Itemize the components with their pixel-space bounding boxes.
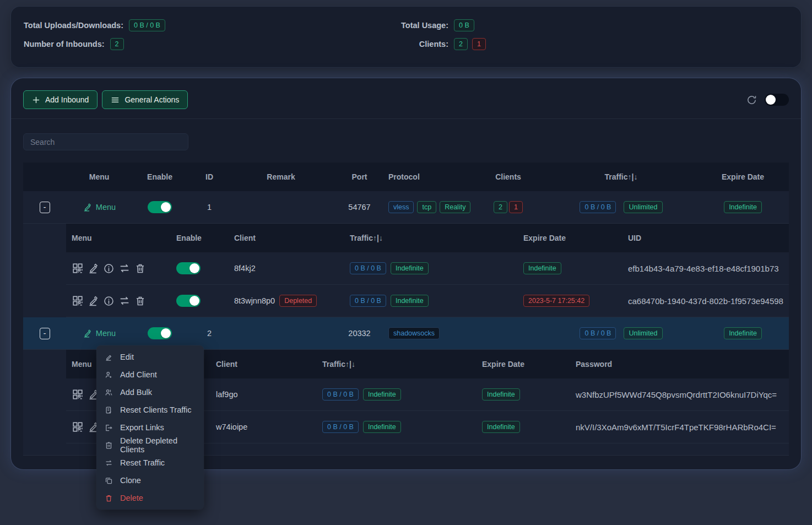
client-enable-toggle[interactable] <box>176 295 201 307</box>
menu-item-label: Delete <box>120 494 143 502</box>
expire-badge: Indefinite <box>724 201 762 213</box>
inbound-row-1: - Menu 1 54767 vless tcp Reality 2 1 <box>23 191 789 224</box>
qr-code-icon[interactable] <box>72 295 84 307</box>
menu-lines-icon <box>111 96 120 104</box>
menu-item-clone[interactable]: Clone <box>96 472 204 489</box>
inbound-enable-toggle[interactable] <box>148 327 172 339</box>
menu-item-label: Clone <box>120 476 141 485</box>
header-traffic[interactable]: Traffic↑|↓ <box>545 172 697 181</box>
client-name: 8f4kj2 <box>229 264 344 273</box>
stat-inbounds-value: 2 <box>110 38 124 50</box>
client-password: nkV/I/3XoAm9v6xMT/T5IcrF4TpeTKF98rHARbRo… <box>570 423 789 432</box>
trash-icon[interactable] <box>134 295 146 307</box>
header-traffic[interactable]: Traffic↑|↓ <box>317 360 477 369</box>
stat-uploads-value: 0 B / 0 B <box>129 19 165 31</box>
trash-icon <box>105 494 113 502</box>
table-header-row: Menu Enable ID Remark Port Protocol Clie… <box>23 163 789 191</box>
traffic-badge: 0 B / 0 B <box>580 201 616 213</box>
toolbar-right <box>746 94 789 106</box>
expire-badge: Indefinite <box>482 421 520 433</box>
header-expire-date: Expire Date <box>477 360 570 369</box>
protocol-tag: vless <box>388 201 414 213</box>
collapse-row-button[interactable]: - <box>40 202 50 213</box>
collapse-row-button[interactable]: - <box>40 328 50 339</box>
traffic-limit-badge: Indefinite <box>363 388 401 400</box>
reset-traffic-icon[interactable] <box>118 262 131 274</box>
qr-code-icon[interactable] <box>72 388 84 400</box>
inbound-protocol-tags: vless tcp Reality <box>388 201 471 213</box>
trash-icon[interactable] <box>134 263 146 274</box>
expire-badge: Indefinite <box>482 388 520 400</box>
header-traffic[interactable]: Traffic↑|↓ <box>344 234 518 242</box>
info-icon[interactable] <box>103 295 115 307</box>
edit-pencil-icon[interactable] <box>88 295 99 307</box>
menu-item-label: Edit <box>120 353 134 361</box>
protocol-tag: tcp <box>417 201 436 213</box>
export-icon <box>105 424 113 432</box>
menu-item-export-links[interactable]: Export Links <box>96 419 204 436</box>
stat-usage-label: Total Usage: <box>389 21 448 30</box>
edit-pencil-icon <box>83 329 92 338</box>
clients-active-badge: 2 <box>494 201 507 213</box>
traffic-badge: 0 B / 0 B <box>322 421 359 433</box>
qr-code-icon[interactable] <box>72 421 84 433</box>
header-uid: UID <box>622 234 789 242</box>
add-inbound-label: Add Inbound <box>45 95 89 104</box>
client-traffic: 0 B / 0 B Indefinite <box>317 421 477 433</box>
header-clients: Clients <box>471 172 545 181</box>
menu-item-reset-traffic[interactable]: Reset Traffic <box>96 454 204 472</box>
header-port: Port <box>331 172 388 181</box>
client-traffic: 0 B / 0 B Indefinite <box>344 295 518 307</box>
client-uid: ca68470b-1940-437d-802b-1f9573e94598 <box>622 296 789 306</box>
search-input[interactable] <box>23 133 188 150</box>
info-icon[interactable] <box>103 263 115 274</box>
inbound-port: 20332 <box>331 329 388 338</box>
header-id: ID <box>187 172 231 181</box>
edit-pencil-icon <box>83 203 92 212</box>
header-expire-date: Expire Date <box>518 234 622 242</box>
traffic-limit-badge: Indefinite <box>391 262 429 274</box>
toolbar: Add Inbound General Actions <box>11 78 801 119</box>
menu-item-label: Reset Clients Traffic <box>120 405 191 414</box>
reset-traffic-icon[interactable] <box>118 295 131 307</box>
menu-item-delete-depleted-clients[interactable]: Delete Depleted Clients <box>96 436 204 454</box>
traffic-badge: 0 B / 0 B <box>350 262 386 274</box>
menu-item-label: Add Bulk <box>120 388 152 397</box>
add-bulk-icon <box>105 388 113 397</box>
expire-badge: Indefinite <box>724 327 762 339</box>
refresh-icon[interactable] <box>746 95 757 105</box>
stat-clients-active: 2 <box>454 38 468 50</box>
client-enable-toggle[interactable] <box>176 262 201 274</box>
inbound-traffic: 0 B / 0 B Unlimited <box>545 201 697 213</box>
menu-item-delete[interactable]: Delete <box>96 489 204 507</box>
inbound-enable-toggle[interactable] <box>148 201 172 213</box>
clipboard-icon <box>105 406 113 414</box>
inbound-menu-link[interactable]: Menu <box>83 329 116 338</box>
client-row-8f4kj2: 8f4kj2 0 B / 0 B Indefinite Indefinite e… <box>66 252 789 285</box>
stat-clients-label: Clients: <box>389 40 448 48</box>
general-actions-button[interactable]: General Actions <box>102 90 188 109</box>
edit-pencil-icon[interactable] <box>88 263 99 274</box>
header-menu: Menu <box>66 172 132 181</box>
inbound-port: 54767 <box>331 203 388 212</box>
add-inbound-button[interactable]: Add Inbound <box>23 90 98 109</box>
plus-icon <box>32 96 40 104</box>
depleted-badge: Depleted <box>279 295 317 307</box>
stat-clients: Clients: 2 1 <box>389 35 486 53</box>
menu-item-label: Export Links <box>120 423 164 432</box>
menu-item-edit[interactable]: Edit <box>96 348 204 366</box>
client-uid: efb14b43-4a79-4e83-ef18-e48cf1901b73 <box>622 264 789 273</box>
inbound-context-menu: Edit Add Client Add Bulk Reset Clients T… <box>96 345 204 510</box>
client-table-1-header: Menu Enable Client Traffic↑|↓ Expire Dat… <box>66 224 789 252</box>
header-client: Client <box>210 360 317 369</box>
dark-mode-toggle[interactable] <box>765 94 789 106</box>
stat-inbounds-label: Number of Inbounds: <box>24 40 105 48</box>
header-password: Password <box>570 360 789 369</box>
qr-code-icon[interactable] <box>72 262 84 274</box>
menu-item-add-bulk[interactable]: Add Bulk <box>96 383 204 401</box>
xui-inbounds-page: { "stats": { "uploads": { "label": "Tota… <box>0 0 812 525</box>
inbound-menu-link[interactable]: Menu <box>83 203 116 212</box>
client-name: laf9go <box>210 390 317 399</box>
menu-item-reset-clients-traffic[interactable]: Reset Clients Traffic <box>96 401 204 419</box>
menu-item-add-client[interactable]: Add Client <box>96 366 204 383</box>
